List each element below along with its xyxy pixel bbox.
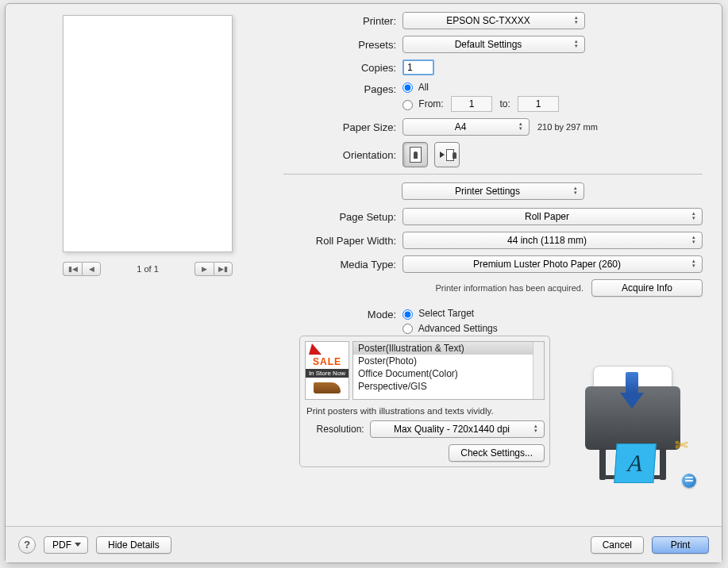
mode-select-target-radio[interactable] (403, 309, 413, 320)
mode-advanced-radio[interactable] (403, 324, 413, 334)
settings-badge-icon[interactable] (682, 474, 696, 488)
pages-to-label: to: (499, 98, 510, 109)
help-button[interactable]: ? (18, 536, 36, 554)
printer-select[interactable]: EPSON SC-TXXXX (403, 12, 585, 29)
print-dialog: ▮◀ ◀ 1 of 1 ▶ ▶▮ Printer: EPSON SC-TXXXX… (5, 3, 722, 563)
pdf-label: PDF (52, 539, 71, 551)
media-type-select[interactable]: Premium Luster Photo Paper (260) (403, 255, 703, 273)
mode-advanced-label: Advanced Settings (418, 323, 498, 334)
pages-to-input[interactable] (518, 96, 559, 112)
page-indicator: 1 of 1 (137, 264, 159, 274)
cancel-button[interactable]: Cancel (591, 536, 644, 554)
orientation-landscape-button[interactable] (434, 142, 460, 167)
thumb-sale-text: SALE (306, 355, 349, 369)
printer-label: Printer: (283, 15, 403, 27)
panel-select-value: Printer Settings (455, 186, 520, 197)
resolution-label: Resolution: (317, 424, 364, 435)
presets-select[interactable]: Default Settings (403, 36, 585, 53)
presets-label: Presets: (283, 39, 403, 51)
media-type-label: Media Type: (283, 259, 403, 271)
pages-all-label: All (418, 82, 429, 93)
paper-size-value: A4 (455, 121, 467, 132)
target-thumbnail: SALE In Store Now (305, 341, 349, 400)
pages-all-radio[interactable] (403, 83, 413, 93)
orientation-label: Orientation: (283, 149, 403, 161)
roll-width-label: Roll Paper Width: (283, 235, 403, 247)
roll-width-value: 44 inch (1118 mm) (507, 235, 587, 246)
printer-info-text: Printer information has been acquired. (403, 283, 591, 293)
copies-label: Copies: (283, 62, 403, 74)
paper-size-label: Paper Size: (283, 121, 403, 133)
target-list[interactable]: Poster(Illustration & Text) Poster(Photo… (352, 341, 545, 400)
list-item[interactable]: Perspective/GIS (353, 380, 544, 393)
pages-from-input[interactable] (451, 96, 492, 112)
printer-sheet-letter: A (614, 443, 656, 483)
portrait-icon (410, 147, 422, 163)
last-page-button[interactable]: ▶▮ (214, 262, 233, 276)
mode-select-target-label: Select Target (418, 308, 474, 319)
printer-value: EPSON SC-TXXXX (446, 15, 530, 26)
presets-value: Default Settings (455, 39, 522, 50)
resolution-value: Max Quality - 720x1440 dpi (394, 424, 510, 435)
check-settings-button[interactable]: Check Settings... (449, 444, 545, 462)
preview-pane: ▮◀ ◀ 1 of 1 ▶ ▶▮ (17, 12, 279, 467)
target-scrollbar[interactable] (533, 342, 544, 399)
scissors-icon: ✄ (675, 436, 688, 455)
copies-input[interactable] (403, 59, 434, 75)
landscape-arrow-icon (440, 152, 445, 158)
mode-label: Mode: (283, 308, 403, 320)
acquire-info-button[interactable]: Acquire Info (591, 279, 703, 297)
heel-icon (309, 343, 322, 355)
panel-select[interactable]: Printer Settings (402, 182, 584, 200)
target-description: Print posters with illustrations and tex… (305, 400, 545, 420)
landscape-icon (446, 149, 454, 161)
next-page-button[interactable]: ▶ (195, 262, 214, 276)
roll-width-select[interactable]: 44 inch (1118 mm) (403, 232, 703, 249)
list-item[interactable]: Poster(Illustration & Text) (353, 342, 544, 355)
shoe-icon (314, 382, 341, 393)
prev-page-button[interactable]: ◀ (82, 262, 101, 276)
list-item[interactable]: Office Document(Color) (353, 367, 544, 380)
preview-pager: ▮◀ ◀ 1 of 1 ▶ ▶▮ (63, 262, 233, 276)
select-target-panel: SALE In Store Now Poster(Illustration & … (299, 336, 550, 467)
pdf-dropdown-button[interactable]: PDF (44, 536, 88, 554)
orientation-portrait-button[interactable] (403, 142, 428, 167)
list-item[interactable]: Poster(Photo) (353, 355, 544, 367)
page-setup-select[interactable]: Roll Paper (403, 208, 703, 225)
pages-range-radio[interactable] (403, 100, 413, 110)
printer-illustration: A ✄ (577, 350, 695, 493)
page-preview (63, 15, 233, 252)
paper-size-select[interactable]: A4 (403, 118, 530, 136)
page-setup-label: Page Setup: (283, 211, 403, 223)
chevron-down-icon (75, 543, 81, 547)
pages-from-label: From: (418, 98, 443, 109)
pages-label: Pages: (283, 82, 403, 95)
hide-details-button[interactable]: Hide Details (96, 536, 171, 554)
resolution-select[interactable]: Max Quality - 720x1440 dpi (370, 420, 545, 438)
thumb-instore-text: In Store Now (306, 369, 349, 378)
print-button[interactable]: Print (652, 536, 709, 554)
first-page-button[interactable]: ▮◀ (63, 262, 82, 276)
dialog-footer: ? PDF Hide Details Cancel Print (6, 526, 722, 562)
paper-size-dims: 210 by 297 mm (537, 122, 598, 132)
media-type-value: Premium Luster Photo Paper (260) (473, 259, 621, 270)
page-setup-value: Roll Paper (525, 211, 569, 222)
